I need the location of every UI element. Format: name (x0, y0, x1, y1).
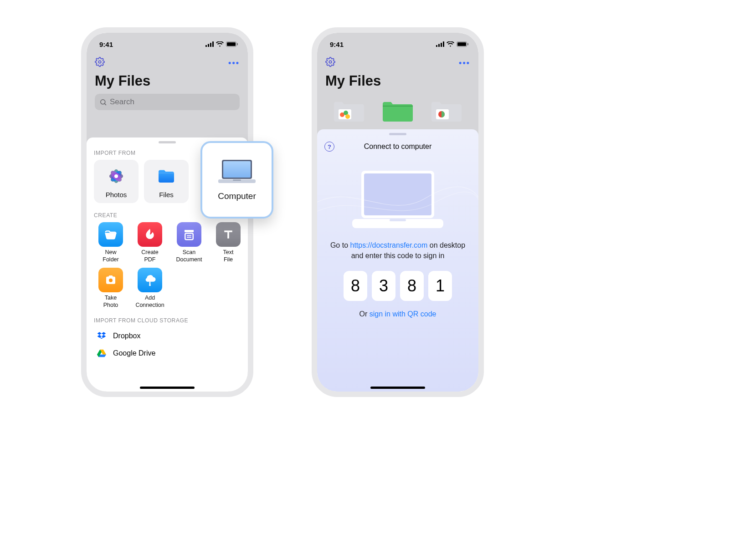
code-digit: 8 (344, 271, 367, 301)
cellular-icon (436, 41, 444, 47)
svg-rect-34 (457, 42, 466, 46)
cloud-dropbox[interactable]: Dropbox (87, 327, 248, 345)
wifi-icon (216, 41, 224, 47)
laptop-icon (216, 158, 257, 185)
svg-rect-28 (233, 179, 241, 181)
import-files-tile[interactable]: Files (144, 160, 189, 203)
dropbox-icon (97, 331, 107, 341)
svg-rect-1 (208, 44, 209, 47)
svg-point-36 (329, 61, 332, 63)
svg-rect-45 (364, 173, 431, 215)
home-indicator[interactable] (370, 387, 425, 389)
folder-icon (156, 166, 176, 186)
create-text-file[interactable]: Text File (211, 222, 245, 263)
item-label: Add Connection (135, 295, 164, 309)
pdf-icon (143, 228, 157, 241)
status-right-icons (205, 41, 238, 47)
status-right-icons (436, 41, 468, 47)
svg-rect-30 (438, 44, 440, 47)
create-pdf[interactable]: Create PDF (133, 222, 167, 263)
scanner-icon (182, 228, 196, 241)
qr-sign-in-link[interactable]: sign in with QR code (370, 310, 436, 318)
settings-icon[interactable] (95, 57, 105, 69)
svg-rect-2 (210, 43, 211, 47)
more-icon[interactable]: ••• (228, 58, 240, 68)
svg-point-40 (345, 114, 350, 119)
create-new-folder[interactable]: New Folder (94, 222, 128, 263)
transfer-url-link[interactable]: https://docstransfer.com (350, 241, 427, 249)
connect-instruction: Go to https://docstransfer.com on deskto… (317, 240, 478, 261)
connect-title: Connect to computer (364, 143, 432, 151)
google-drive-icon (97, 348, 107, 358)
settings-icon[interactable] (325, 57, 335, 69)
laptop-illustration (348, 168, 448, 232)
folder-thumbnail[interactable] (332, 97, 366, 124)
add-connection[interactable]: Add Connection (133, 268, 167, 309)
phone-right: 9:41 ••• My Files (312, 27, 484, 397)
svg-point-8 (101, 99, 105, 104)
svg-rect-32 (443, 41, 444, 47)
home-indicator[interactable] (140, 387, 195, 389)
import-computer-tile-highlighted[interactable]: Computer (200, 141, 273, 219)
folder-thumbnail[interactable] (430, 97, 463, 124)
scan-document[interactable]: Scan Document (172, 222, 206, 263)
svg-rect-29 (436, 45, 437, 47)
folder-thumbnail[interactable] (381, 97, 415, 124)
tile-label: Photos (106, 191, 127, 199)
item-label: Take Photo (103, 295, 118, 309)
svg-rect-47 (390, 219, 406, 221)
tile-label: Computer (218, 191, 256, 201)
page-title: My Files (325, 73, 470, 89)
folder-row (317, 89, 478, 124)
svg-rect-41 (383, 106, 413, 107)
search-input[interactable]: Search (95, 94, 240, 110)
page-title: My Files (95, 73, 240, 89)
connect-sheet: ? Connect to computer Go to https://docs… (317, 129, 478, 392)
photos-app-icon (106, 166, 126, 186)
status-time: 9:41 (99, 41, 113, 48)
cloud-google-drive[interactable]: Google Drive (87, 345, 248, 362)
code-digit: 3 (372, 271, 395, 301)
svg-line-9 (104, 103, 106, 105)
svg-rect-26 (223, 161, 251, 178)
svg-point-18 (114, 174, 118, 178)
more-icon[interactable]: ••• (459, 58, 470, 68)
folder-open-icon (104, 228, 118, 241)
svg-rect-19 (185, 234, 193, 240)
sheet-grabber[interactable] (389, 133, 406, 135)
list-label: Google Drive (113, 349, 155, 357)
help-icon[interactable]: ? (324, 142, 334, 152)
search-placeholder: Search (110, 97, 134, 107)
cloud-import-label: IMPORT FROM CLOUD STORAGE (87, 309, 248, 327)
cellular-icon (205, 41, 214, 47)
qr-alternative: Or sign in with QR code (317, 310, 478, 318)
status-bar: 9:41 (317, 33, 478, 53)
status-bar: 9:41 (87, 33, 248, 53)
sheet-grabber[interactable] (159, 141, 176, 143)
item-label: Text File (223, 249, 234, 263)
search-icon (99, 98, 107, 106)
battery-icon (226, 41, 238, 47)
item-label: Scan Document (176, 249, 202, 263)
item-label: Create PDF (141, 249, 159, 263)
svg-rect-6 (237, 43, 238, 46)
tile-label: Files (159, 191, 174, 199)
svg-point-7 (98, 61, 101, 63)
svg-rect-0 (205, 45, 207, 47)
import-photos-tile[interactable]: Photos (94, 160, 139, 203)
svg-rect-31 (441, 43, 442, 47)
take-photo[interactable]: Take Photo (94, 268, 128, 309)
wifi-icon (447, 41, 454, 47)
status-time: 9:41 (330, 41, 344, 48)
item-label: New Folder (103, 249, 118, 263)
svg-point-22 (109, 279, 113, 282)
code-digit: 1 (428, 271, 452, 301)
svg-rect-5 (227, 42, 236, 46)
svg-rect-3 (212, 41, 214, 47)
battery-icon (457, 41, 468, 47)
svg-rect-35 (467, 43, 468, 46)
list-label: Dropbox (113, 332, 140, 340)
text-icon (221, 228, 235, 241)
code-digit: 8 (400, 271, 424, 301)
cloud-icon (143, 273, 157, 287)
